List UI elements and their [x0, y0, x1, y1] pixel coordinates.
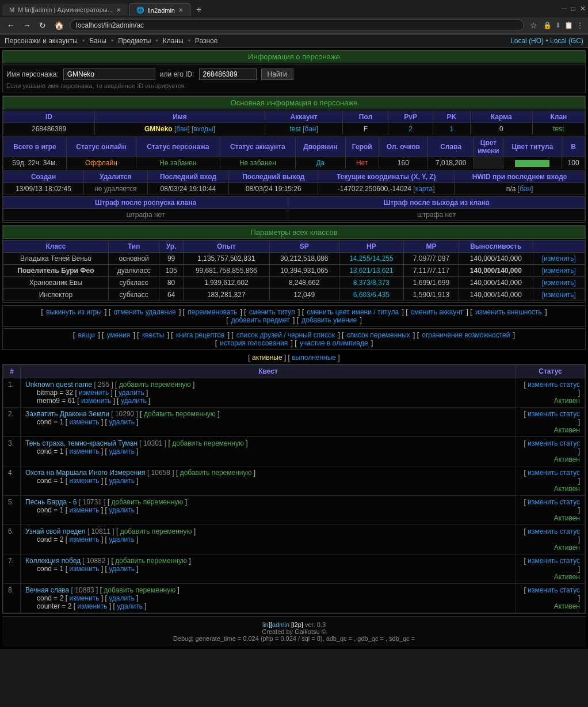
quest-cond6-change[interactable]: изменить: [69, 535, 99, 543]
quest-cond3-delete[interactable]: удалить: [109, 447, 135, 455]
quest-cond4-delete[interactable]: удалить: [109, 477, 135, 485]
close-button[interactable]: ✕: [580, 5, 586, 13]
action-variables[interactable]: список переменных: [347, 331, 410, 339]
quest-change-status-2[interactable]: изменить статус: [528, 410, 580, 418]
address-bar[interactable]: localhost/lin2admin/ac: [70, 20, 524, 31]
action-change-title[interactable]: сменить титул: [249, 308, 295, 316]
action-add-item[interactable]: добавить предмет: [231, 316, 290, 324]
quest-change-status-7[interactable]: изменить статус: [528, 557, 580, 565]
quest-cond2-change[interactable]: изменить: [69, 418, 99, 426]
home-button[interactable]: 🏠: [52, 20, 66, 31]
tab-active-quests[interactable]: активные: [252, 354, 282, 362]
hwid-ban-link[interactable]: бан: [520, 185, 531, 193]
action-recipes[interactable]: книга рецептов: [176, 331, 224, 339]
action-quests[interactable]: квесты: [142, 331, 164, 339]
action-change-appearance[interactable]: изменить внешность: [475, 308, 542, 316]
class-edit-1[interactable]: [изменить]: [542, 254, 576, 263]
tab-close-inactive[interactable]: ✕: [116, 7, 121, 13]
find-button[interactable]: Найти: [261, 69, 293, 80]
menu-clans[interactable]: Кланы: [163, 37, 184, 45]
menu-items[interactable]: Предметы: [118, 37, 151, 45]
tab-done-quests[interactable]: выполненные: [292, 354, 336, 362]
quest-name-8[interactable]: Вечная слава: [25, 586, 69, 594]
extensions-button[interactable]: ⋮: [576, 21, 583, 29]
quest-add-var-6[interactable]: добавить переменную: [120, 527, 192, 535]
action-change-account[interactable]: сменить аккаунт: [411, 308, 463, 316]
quest-add-var-8[interactable]: добавить переменную: [104, 586, 175, 594]
coords-map-link[interactable]: карта: [415, 185, 433, 193]
quest-cond3-change[interactable]: изменить: [69, 447, 99, 455]
browser-tab-inactive[interactable]: M M lin][admin | Администраторы... ✕: [2, 4, 128, 16]
quest-add-var-7[interactable]: добавить переменную: [115, 557, 187, 565]
action-limits[interactable]: ограничение возможностей: [422, 331, 510, 339]
new-tab-button[interactable]: +: [192, 2, 206, 17]
forward-button[interactable]: →: [21, 20, 33, 31]
menu-misc[interactable]: Разное: [195, 37, 218, 45]
quest-change-status-8[interactable]: изменить статус: [528, 586, 580, 594]
minimize-button[interactable]: ─: [562, 5, 567, 13]
tab-close-active[interactable]: ✕: [178, 7, 183, 13]
acc-ban-link[interactable]: бан: [305, 125, 316, 133]
name-input[interactable]: [63, 69, 155, 80]
quest-change-status-4[interactable]: изменить статус: [528, 469, 580, 477]
quest-change-status-6[interactable]: изменить статус: [528, 527, 580, 535]
quest-cond8-change[interactable]: изменить: [69, 594, 99, 602]
class-edit-4[interactable]: [изменить]: [542, 291, 576, 299]
action-items[interactable]: вещи: [78, 331, 96, 339]
quest-cond4-change[interactable]: изменить: [69, 477, 99, 485]
char-logins-link[interactable]: входы: [193, 125, 213, 133]
reload-button[interactable]: ↻: [37, 20, 48, 31]
quest-add-var-3[interactable]: добавить переменную: [172, 439, 244, 447]
menu-bans[interactable]: Баны: [89, 37, 106, 45]
quest-name-6[interactable]: Узнай свой предел: [25, 527, 86, 535]
quest-counter8-delete[interactable]: удалить: [117, 602, 143, 610]
class-edit-3[interactable]: [изменить]: [542, 279, 576, 287]
quest-change-status-3[interactable]: изменить статус: [528, 439, 580, 447]
quest-bitmap-delete[interactable]: удалить: [119, 389, 144, 397]
quest-cond5-change[interactable]: изменить: [69, 506, 99, 514]
action-skills[interactable]: умения: [107, 331, 131, 339]
quest-change-status-5[interactable]: изменить статус: [528, 498, 580, 506]
quest-add-var-5[interactable]: добавить переменную: [112, 498, 184, 506]
quest-add-var-2[interactable]: добавить переменную: [144, 410, 216, 418]
char-clan-link[interactable]: test: [553, 125, 564, 133]
char-ban-action[interactable]: бан: [176, 125, 188, 133]
action-olympiad[interactable]: участие в олимпиаде: [300, 339, 368, 347]
quest-change-status-1[interactable]: изменить статус: [528, 381, 580, 389]
quest-cond8-delete[interactable]: удалить: [109, 594, 135, 602]
action-cancel-delete[interactable]: отменить удаление: [113, 308, 175, 316]
id-input[interactable]: [199, 69, 257, 80]
action-add-skill[interactable]: добавить умение: [301, 316, 357, 324]
char-name-link[interactable]: GMNeko: [144, 125, 173, 133]
quest-cond5-delete[interactable]: удалить: [109, 506, 135, 514]
quest-name-4[interactable]: Охота на Маршала Иного Измерения: [25, 469, 146, 477]
quest-name-2[interactable]: Захватить Дракона Земли: [25, 410, 109, 418]
quest-name-7[interactable]: Коллекция побед: [25, 557, 81, 565]
quest-bitmap-change[interactable]: изменить: [79, 389, 109, 397]
maximize-button[interactable]: □: [571, 5, 575, 13]
quest-cond7-delete[interactable]: удалить: [109, 565, 135, 573]
action-vote-history[interactable]: история голосования: [220, 339, 288, 347]
action-kick[interactable]: выкинуть из игры: [46, 308, 102, 316]
bookmark-button[interactable]: ☆: [528, 20, 540, 31]
quest-name-5[interactable]: Песнь Барда - 6: [25, 498, 77, 506]
quest-counter8-change[interactable]: изменить: [77, 602, 107, 610]
back-button[interactable]: ←: [5, 20, 17, 31]
char-logins-close: ]: [213, 125, 215, 133]
quest-cond7-change[interactable]: изменить: [69, 565, 99, 573]
quest-row-1: 1. Unknown quest name [ 255 ] [ добавить…: [3, 378, 585, 408]
quest-memo9-change[interactable]: изменить: [81, 397, 111, 405]
class-edit-2[interactable]: [изменить]: [542, 267, 576, 275]
action-rename[interactable]: переименовать: [188, 308, 237, 316]
browser-tab-active[interactable]: 🌐 lin2admin ✕: [129, 3, 190, 16]
quest-name-3[interactable]: Тень страха, темно-красный Туман: [25, 439, 138, 447]
action-friends[interactable]: список друзей / черный список: [236, 331, 335, 339]
quest-add-var-1[interactable]: добавить переменную: [119, 381, 191, 389]
quest-cond2-delete[interactable]: удалить: [109, 418, 135, 426]
quest-cond6-delete[interactable]: удалить: [109, 535, 135, 543]
action-change-color[interactable]: сменить цвет имени / титула: [307, 308, 399, 316]
menu-characters[interactable]: Персонажи и аккаунты: [5, 37, 78, 45]
quest-name-1[interactable]: Unknown quest name: [25, 381, 92, 389]
quest-memo9-delete[interactable]: удалить: [121, 397, 147, 405]
quest-add-var-4[interactable]: добавить переменную: [180, 469, 252, 477]
